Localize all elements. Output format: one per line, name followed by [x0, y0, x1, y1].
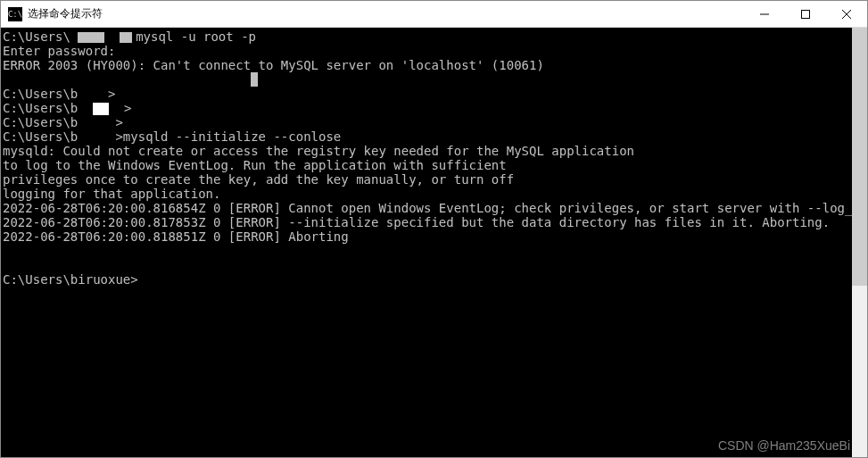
vertical-scrollbar[interactable]: [852, 28, 867, 457]
error-text: 2022-06-28T06:20:00.818851Z 0 [ERROR] Ab…: [3, 229, 349, 244]
redacted-text: [78, 32, 104, 43]
prompt-text: C:\Users\b: [3, 87, 78, 101]
prompt-text: >: [78, 87, 115, 101]
prompt-text: >: [109, 101, 131, 115]
error-text: 2022-06-28T06:20:00.816854Z 0 [ERROR] Ca…: [3, 201, 852, 215]
prompt-text: C:\Users\: [3, 29, 78, 44]
prompt-text: C:\Users\b: [3, 101, 78, 115]
redacted-text: [93, 103, 109, 115]
output-text: to log to the Windows EventLog. Run the …: [3, 158, 507, 172]
maximize-button[interactable]: [785, 1, 826, 27]
output-text: Enter password:: [3, 44, 115, 58]
command-text: >mysqld --initialize --conlose: [78, 129, 341, 144]
svg-rect-1: [802, 10, 810, 18]
watermark-text: CSDN @Ham235XueBi: [718, 438, 850, 453]
cmd-icon: C:\: [8, 7, 22, 21]
redacted-text: [120, 32, 132, 43]
terminal-output[interactable]: C:\Users\ mysql -u root -p Enter passwor…: [1, 28, 852, 457]
blank-line: [3, 244, 10, 258]
scroll-thumb[interactable]: [852, 28, 867, 286]
prompt-text: C:\Users\b: [3, 115, 78, 129]
error-text: 2022-06-28T06:20:00.817853Z 0 [ERROR] --…: [3, 215, 830, 229]
output-text: mysqld: Could not create or access the r…: [3, 144, 634, 158]
blank-line: [3, 72, 10, 87]
prompt-text: >: [78, 115, 123, 129]
command-text: mysql -u root -p: [136, 29, 256, 44]
output-text: privileges once to create the key, add t…: [3, 172, 514, 187]
window-title: 选择命令提示符: [28, 6, 744, 21]
titlebar[interactable]: C:\ 选择命令提示符: [1, 1, 867, 28]
minimize-button[interactable]: [744, 1, 785, 27]
terminal-area: C:\Users\ mysql -u root -p Enter passwor…: [1, 28, 867, 457]
prompt-text: C:\Users\biruoxue>: [3, 272, 138, 287]
prompt-text: C:\Users\b: [3, 129, 78, 144]
error-text: ERROR 2003 (HY000): Can't connect to MyS…: [3, 58, 544, 72]
cmd-window: C:\ 选择命令提示符 C:\Users\ mysql -u root -p E…: [0, 0, 868, 458]
blank-line: [3, 258, 10, 272]
close-button[interactable]: [826, 1, 867, 27]
cursor: [251, 72, 258, 87]
output-text: logging for that application.: [3, 187, 220, 201]
window-controls: [744, 1, 867, 27]
